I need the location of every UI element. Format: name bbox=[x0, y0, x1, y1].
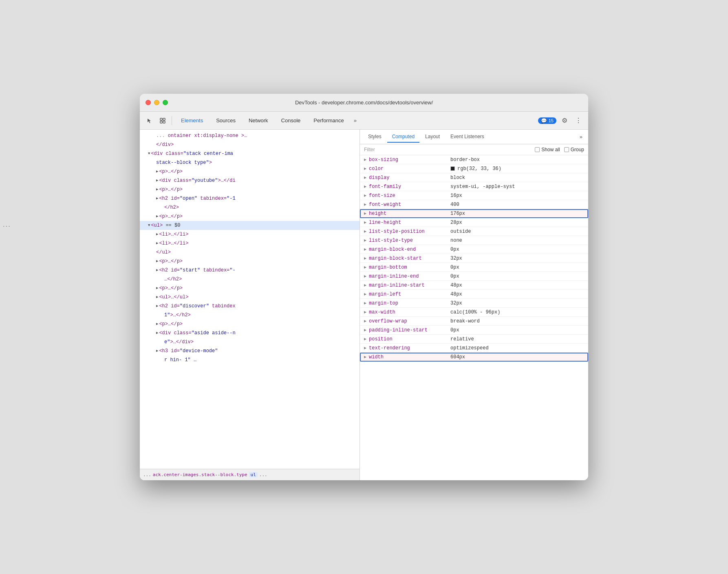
tree-arrow[interactable]: ▶ bbox=[156, 231, 158, 238]
computed-expand-arrow[interactable]: ▶ bbox=[364, 355, 366, 359]
computed-expand-arrow[interactable]: ▶ bbox=[364, 265, 366, 269]
tree-arrow[interactable]: ▶ bbox=[156, 347, 158, 355]
computed-property-row[interactable]: ▶margin-inline-start48px bbox=[360, 281, 588, 290]
tree-arrow[interactable]: ▶ bbox=[156, 294, 158, 301]
tree-line: ▶ <li>…</li> bbox=[140, 230, 360, 239]
elements-tree[interactable]: ... ontainer xt:display-none >… </div> ▼… bbox=[140, 130, 360, 469]
tree-arrow[interactable]: ▼ bbox=[148, 222, 150, 229]
show-all-option[interactable]: Show all bbox=[535, 147, 560, 152]
computed-property-row[interactable]: ▶margin-block-start32px bbox=[360, 254, 588, 263]
computed-expand-arrow[interactable]: ▶ bbox=[364, 238, 366, 242]
panel-tabs-more-button[interactable]: » bbox=[577, 132, 585, 141]
group-checkbox[interactable] bbox=[564, 147, 569, 152]
computed-property-row[interactable]: ▶font-weight400 bbox=[360, 200, 588, 209]
tab-event-listeners[interactable]: Event Listeners bbox=[446, 131, 489, 143]
computed-expand-arrow[interactable]: ▶ bbox=[364, 337, 366, 341]
computed-property-row[interactable]: ▶margin-block-end0px bbox=[360, 245, 588, 254]
computed-expand-arrow[interactable]: ▶ bbox=[364, 256, 366, 260]
computed-property-row[interactable]: ▶margin-bottom0px bbox=[360, 263, 588, 272]
property-name: margin-bottom bbox=[369, 265, 450, 270]
computed-property-row[interactable]: ▶displayblock bbox=[360, 173, 588, 182]
computed-expand-arrow[interactable]: ▶ bbox=[364, 158, 366, 161]
close-button[interactable] bbox=[146, 100, 151, 105]
tab-network[interactable]: Network bbox=[243, 116, 274, 125]
computed-property-row[interactable]: ▶box-sizingborder-box bbox=[360, 155, 588, 164]
tab-sources[interactable]: Sources bbox=[210, 116, 241, 125]
computed-expand-arrow[interactable]: ▶ bbox=[364, 328, 366, 332]
toolbar-more-button[interactable]: » bbox=[351, 116, 359, 125]
computed-expand-arrow[interactable]: ▶ bbox=[364, 346, 366, 350]
computed-property-row[interactable]: ▶list-style-positionoutside bbox=[360, 227, 588, 236]
computed-expand-arrow[interactable]: ▶ bbox=[364, 176, 366, 179]
computed-expand-arrow[interactable]: ▶ bbox=[364, 274, 366, 278]
tab-elements[interactable]: Elements bbox=[175, 116, 209, 125]
group-label: Group bbox=[571, 147, 584, 152]
computed-expand-arrow[interactable]: ▶ bbox=[364, 194, 366, 197]
show-all-checkbox[interactable] bbox=[535, 147, 540, 152]
computed-expand-arrow[interactable]: ▶ bbox=[364, 310, 366, 314]
filter-input[interactable] bbox=[364, 147, 531, 152]
computed-property-row[interactable]: ▶overflow-wrapbreak-word bbox=[360, 317, 588, 326]
property-value: break-word bbox=[450, 318, 584, 324]
tree-arrow[interactable]: ▶ bbox=[156, 186, 158, 193]
computed-property-row[interactable]: ▶text-renderingoptimizespeed bbox=[360, 344, 588, 353]
tree-arrow[interactable]: ▶ bbox=[156, 168, 158, 175]
tree-arrow[interactable]: ▶ bbox=[156, 213, 158, 220]
tree-arrow[interactable]: ▶ bbox=[156, 329, 158, 337]
computed-expand-arrow[interactable]: ▶ bbox=[364, 247, 366, 251]
tree-arrow[interactable]: ▼ bbox=[148, 150, 150, 157]
color-swatch[interactable] bbox=[450, 166, 455, 171]
computed-expand-arrow[interactable]: ▶ bbox=[364, 212, 366, 215]
computed-property-row[interactable]: ▶list-style-typenone bbox=[360, 236, 588, 245]
computed-expand-arrow[interactable]: ▶ bbox=[364, 301, 366, 305]
tree-arrow[interactable]: ▶ bbox=[156, 320, 158, 328]
computed-expand-arrow[interactable]: ▶ bbox=[364, 292, 366, 296]
computed-expand-arrow[interactable]: ▶ bbox=[364, 230, 366, 233]
minimize-button[interactable] bbox=[154, 100, 159, 105]
inspect-icon[interactable] bbox=[157, 115, 168, 126]
property-value: 48px bbox=[450, 283, 584, 288]
computed-expand-arrow[interactable]: ▶ bbox=[364, 185, 366, 188]
feedback-badge[interactable]: 💬 15 bbox=[538, 117, 556, 124]
computed-property-row[interactable]: ▶line-height28px bbox=[360, 218, 588, 227]
computed-expand-arrow[interactable]: ▶ bbox=[364, 167, 366, 170]
computed-expand-arrow[interactable]: ▶ bbox=[364, 221, 366, 224]
status-element[interactable]: ul bbox=[249, 472, 258, 477]
computed-property-row[interactable]: ▶font-size16px bbox=[360, 191, 588, 200]
computed-property-row[interactable]: ▶margin-top32px bbox=[360, 299, 588, 308]
computed-property-row[interactable]: ▶width604px bbox=[360, 353, 588, 362]
computed-property-row[interactable]: ▶margin-left48px bbox=[360, 290, 588, 299]
menu-button[interactable]: ⋮ bbox=[573, 115, 584, 126]
group-option[interactable]: Group bbox=[564, 147, 584, 152]
tab-computed[interactable]: Computed bbox=[387, 131, 419, 143]
computed-property-row[interactable]: ▶height176px bbox=[360, 209, 588, 218]
tree-arrow[interactable]: ▶ bbox=[156, 285, 158, 292]
computed-property-row[interactable]: ▶padding-inline-start0px bbox=[360, 326, 588, 335]
computed-property-row[interactable]: ▶font-familysystem-ui, -apple-syst bbox=[360, 182, 588, 191]
computed-expand-arrow[interactable]: ▶ bbox=[364, 319, 366, 323]
tree-arrow[interactable]: ▶ bbox=[156, 240, 158, 247]
maximize-button[interactable] bbox=[163, 100, 168, 105]
tree-arrow[interactable]: ▶ bbox=[156, 177, 158, 184]
property-name: margin-block-end bbox=[369, 247, 450, 252]
cursor-icon[interactable] bbox=[144, 115, 155, 126]
computed-expand-arrow[interactable]: ▶ bbox=[364, 203, 366, 206]
computed-property-row[interactable]: ▶margin-inline-end0px bbox=[360, 272, 588, 281]
tree-arrow[interactable]: ▶ bbox=[156, 258, 158, 265]
tree-arrow[interactable]: ▶ bbox=[156, 302, 158, 310]
computed-property-row[interactable]: ▶max-widthcalc(100% - 96px) bbox=[360, 308, 588, 317]
settings-button[interactable]: ⚙ bbox=[559, 115, 570, 126]
property-value: 28px bbox=[450, 220, 584, 225]
tab-performance[interactable]: Performance bbox=[308, 116, 349, 125]
tree-arrow[interactable]: ▶ bbox=[156, 267, 158, 274]
property-name: padding-inline-start bbox=[369, 327, 450, 333]
status-selector[interactable]: ack.center-images.stack--block.type bbox=[153, 472, 247, 477]
tab-console[interactable]: Console bbox=[276, 116, 307, 125]
tab-layout[interactable]: Layout bbox=[420, 131, 445, 143]
computed-property-row[interactable]: ▶colorrgb(32, 33, 36) bbox=[360, 164, 588, 173]
tab-styles[interactable]: Styles bbox=[363, 131, 386, 143]
tree-line-selected[interactable]: ... ▼ <ul> == $0 bbox=[140, 221, 360, 230]
computed-expand-arrow[interactable]: ▶ bbox=[364, 283, 366, 287]
computed-property-row[interactable]: ▶positionrelative bbox=[360, 335, 588, 344]
tree-arrow[interactable]: ▶ bbox=[156, 195, 158, 202]
